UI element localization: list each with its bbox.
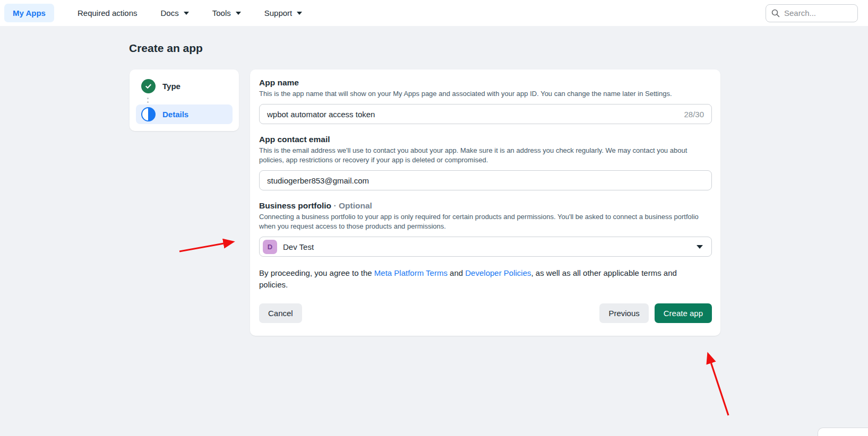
app-name-section: App name This is the app name that will … (259, 78, 712, 124)
terms-middle: and (448, 268, 465, 277)
app-name-input[interactable] (267, 110, 678, 119)
business-portfolio-label-row: Business portfolio · Optional (259, 201, 712, 211)
stepper-card: Type Details (130, 69, 239, 131)
nav-required-actions-label: Required actions (78, 8, 137, 18)
terms-prefix: By proceeding, you agree to the (259, 268, 374, 277)
contact-email-input[interactable] (267, 176, 704, 185)
developer-policies-link[interactable]: Developer Policies (465, 268, 531, 277)
business-portfolio-dropdown[interactable]: D Dev Test (259, 237, 712, 257)
arrow-to-create-app-button (708, 354, 728, 415)
page-title: Create an app (129, 42, 203, 55)
step-details[interactable]: Details (136, 104, 233, 124)
create-app-form-card: App name This is the app name that will … (250, 69, 720, 336)
chevron-down-icon (697, 245, 703, 249)
meta-platform-terms-link[interactable]: Meta Platform Terms (374, 268, 448, 277)
step-details-label: Details (162, 110, 188, 119)
chevron-down-icon (236, 12, 241, 15)
app-name-char-counter: 28/30 (684, 110, 704, 119)
contact-email-section: App contact email This is the email addr… (259, 135, 712, 190)
app-name-description: This is the app name that will show on y… (259, 89, 712, 99)
form-actions: Cancel Previous Create app (259, 303, 712, 323)
contact-email-label: App contact email (259, 135, 712, 144)
chevron-down-icon (297, 12, 302, 15)
nav-tools-label: Tools (212, 8, 231, 18)
contact-email-description: This is the email address we'll use to c… (259, 146, 712, 165)
terms-text: By proceeding, you agree to the Meta Pla… (259, 267, 689, 291)
business-portfolio-description: Connecting a business portfolio to your … (259, 212, 712, 231)
previous-button[interactable]: Previous (599, 303, 648, 323)
nav-required-actions[interactable]: Required actions (78, 8, 137, 18)
nav-my-apps[interactable]: My Apps (4, 4, 54, 22)
portfolio-avatar: D (263, 240, 277, 254)
nav-support[interactable]: Support (264, 8, 303, 18)
nav-tools[interactable]: Tools (212, 8, 241, 18)
search-input[interactable] (784, 8, 848, 18)
chevron-down-icon (184, 12, 189, 15)
nav-docs-label: Docs (161, 8, 179, 18)
step-connector-dots (147, 98, 233, 103)
search-icon (771, 9, 780, 18)
business-portfolio-label: Business portfolio (259, 201, 331, 210)
app-name-input-wrap: 28/30 (259, 104, 712, 124)
app-name-label: App name (259, 78, 712, 88)
nav-docs[interactable]: Docs (161, 8, 189, 18)
chat-widget-stub[interactable] (818, 428, 868, 436)
nav-support-label: Support (264, 8, 293, 18)
portfolio-selected-value: Dev Test (283, 242, 691, 251)
create-app-button[interactable]: Create app (655, 303, 712, 323)
arrow-to-portfolio-dropdown (179, 242, 233, 251)
search-box[interactable] (766, 4, 858, 22)
half-filled-circle-icon (141, 107, 156, 121)
top-navigation: My Apps Required actions Docs Tools Supp… (0, 0, 868, 26)
cancel-button[interactable]: Cancel (259, 303, 302, 323)
check-circle-icon (141, 79, 156, 93)
step-type-label: Type (162, 82, 181, 91)
business-portfolio-section: Business portfolio · Optional Connecting… (259, 201, 712, 257)
step-type[interactable]: Type (136, 76, 233, 96)
contact-email-input-wrap (259, 170, 712, 190)
